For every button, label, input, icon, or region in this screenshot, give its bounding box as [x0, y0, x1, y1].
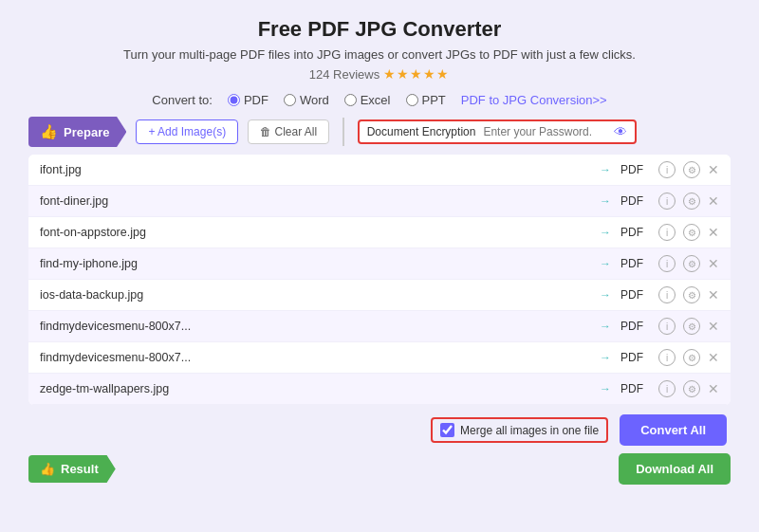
file-actions: i ⚙ ✕ — [658, 224, 719, 241]
option-excel[interactable]: Excel — [344, 93, 391, 107]
table-row: font-on-appstore.jpg → PDF i ⚙ ✕ — [28, 217, 731, 248]
settings-icon[interactable]: ⚙ — [683, 193, 700, 210]
file-name: font-on-appstore.jpg — [40, 226, 590, 239]
merge-group: Merge all images in one file — [431, 417, 608, 443]
header: Free PDF JPG Converter Turn your multi-p… — [28, 17, 731, 82]
convert-to-label: Convert to: — [152, 93, 213, 107]
file-actions: i ⚙ ✕ — [658, 318, 719, 335]
toolbar-row: 👍 Prepare + Add Image(s) 🗑 Clear All Doc… — [28, 117, 731, 147]
file-name: ios-data-backup.jpg — [40, 288, 590, 302]
file-arrow: → — [600, 351, 611, 364]
file-name: ifont.jpg — [40, 163, 590, 176]
file-target: PDF — [620, 351, 649, 364]
remove-icon[interactable]: ✕ — [708, 193, 719, 209]
table-row: zedge-tm-wallpapers.jpg → PDF i ⚙ ✕ — [28, 374, 731, 405]
subtitle: Turn your multi-page PDF files into JPG … — [28, 47, 731, 62]
file-list: ifont.jpg → PDF i ⚙ ✕ font-diner.jpg → P… — [28, 155, 731, 405]
option-word[interactable]: Word — [284, 93, 329, 107]
result-tab: 👍 Result — [28, 455, 116, 483]
remove-icon[interactable]: ✕ — [708, 287, 719, 303]
pdf-to-jpg-link[interactable]: PDF to JPG Conversion>> — [461, 93, 607, 107]
file-target: PDF — [620, 320, 649, 333]
divider — [342, 118, 344, 146]
thumbs-up-result-icon: 👍 — [40, 462, 55, 476]
password-input[interactable] — [483, 125, 606, 138]
encryption-box: Document Encryption 👁 — [358, 119, 638, 144]
file-name: findmydevicesmenu-800x7... — [40, 351, 590, 364]
table-row: find-my-iphone.jpg → PDF i ⚙ ✕ — [28, 248, 731, 280]
option-ppt[interactable]: PPT — [406, 93, 446, 107]
table-row: ifont.jpg → PDF i ⚙ ✕ — [28, 155, 731, 186]
merge-checkbox[interactable] — [440, 423, 454, 437]
file-actions: i ⚙ ✕ — [658, 286, 719, 303]
thumbs-up-icon: 👍 — [40, 123, 58, 140]
option-pdf[interactable]: PDF — [228, 93, 268, 107]
info-icon[interactable]: i — [658, 224, 676, 241]
file-arrow: → — [600, 257, 611, 270]
info-icon[interactable]: i — [658, 255, 676, 272]
file-arrow: → — [600, 382, 611, 395]
settings-icon[interactable]: ⚙ — [683, 318, 700, 335]
clear-all-button[interactable]: 🗑 Clear All — [248, 119, 329, 144]
file-actions: i ⚙ ✕ — [658, 349, 719, 366]
file-arrow: → — [600, 288, 611, 302]
add-images-button[interactable]: + Add Image(s) — [136, 119, 238, 144]
convert-to-row: Convert to: PDF Word Excel PPT PDF to JP… — [28, 93, 731, 107]
info-icon[interactable]: i — [658, 286, 676, 303]
remove-icon[interactable]: ✕ — [708, 256, 719, 271]
reviews-text: 124 Reviews — [309, 67, 380, 82]
settings-icon[interactable]: ⚙ — [683, 349, 700, 366]
settings-icon[interactable]: ⚙ — [683, 224, 700, 241]
file-name: find-my-iphone.jpg — [40, 257, 590, 270]
stars: ★★★★★ — [383, 66, 450, 82]
settings-icon[interactable]: ⚙ — [683, 286, 700, 303]
reviews: 124 Reviews ★★★★★ — [28, 66, 731, 82]
file-actions: i ⚙ ✕ — [658, 255, 719, 272]
file-name: findmydevicesmenu-800x7... — [40, 320, 590, 333]
remove-icon[interactable]: ✕ — [708, 162, 719, 177]
file-target: PDF — [620, 163, 649, 176]
encryption-label: Document Encryption — [367, 125, 476, 138]
file-target: PDF — [620, 257, 649, 270]
file-target: PDF — [620, 382, 649, 395]
info-icon[interactable]: i — [658, 380, 676, 397]
info-icon[interactable]: i — [658, 318, 676, 335]
remove-icon[interactable]: ✕ — [708, 350, 719, 365]
info-icon[interactable]: i — [658, 349, 676, 366]
file-actions: i ⚙ ✕ — [658, 380, 719, 397]
file-arrow: → — [600, 163, 611, 176]
info-icon[interactable]: i — [658, 193, 676, 210]
file-arrow: → — [600, 320, 611, 333]
prepare-label: Prepare — [64, 125, 109, 139]
remove-icon[interactable]: ✕ — [708, 225, 719, 240]
remove-icon[interactable]: ✕ — [708, 319, 719, 334]
table-row: findmydevicesmenu-800x7... → PDF i ⚙ ✕ — [28, 342, 731, 374]
file-arrow: → — [600, 194, 611, 208]
file-target: PDF — [620, 288, 649, 302]
result-label: Result — [61, 462, 99, 476]
file-target: PDF — [620, 194, 649, 208]
file-name: zedge-tm-wallpapers.jpg — [40, 382, 590, 395]
eye-icon[interactable]: 👁 — [614, 124, 627, 139]
page-title: Free PDF JPG Converter — [28, 17, 731, 42]
download-all-button[interactable]: Download All — [619, 453, 731, 485]
file-actions: i ⚙ ✕ — [658, 193, 719, 210]
settings-icon[interactable]: ⚙ — [683, 380, 700, 397]
table-row: font-diner.jpg → PDF i ⚙ ✕ — [28, 186, 731, 217]
file-actions: i ⚙ ✕ — [658, 161, 719, 178]
prepare-tab: 👍 Prepare — [28, 117, 126, 147]
file-arrow: → — [600, 226, 611, 239]
result-row: 👍 Result Download All — [28, 453, 731, 485]
remove-icon[interactable]: ✕ — [708, 381, 719, 396]
table-row: ios-data-backup.jpg → PDF i ⚙ ✕ — [28, 280, 731, 311]
info-icon[interactable]: i — [658, 161, 676, 178]
file-target: PDF — [620, 226, 649, 239]
bottom-row: Merge all images in one file Convert All — [28, 414, 731, 446]
file-name: font-diner.jpg — [40, 194, 590, 208]
settings-icon[interactable]: ⚙ — [683, 255, 700, 272]
merge-label: Merge all images in one file — [460, 424, 599, 437]
table-row: findmydevicesmenu-800x7... → PDF i ⚙ ✕ — [28, 311, 731, 342]
convert-all-button[interactable]: Convert All — [620, 414, 727, 446]
settings-icon[interactable]: ⚙ — [683, 161, 700, 178]
